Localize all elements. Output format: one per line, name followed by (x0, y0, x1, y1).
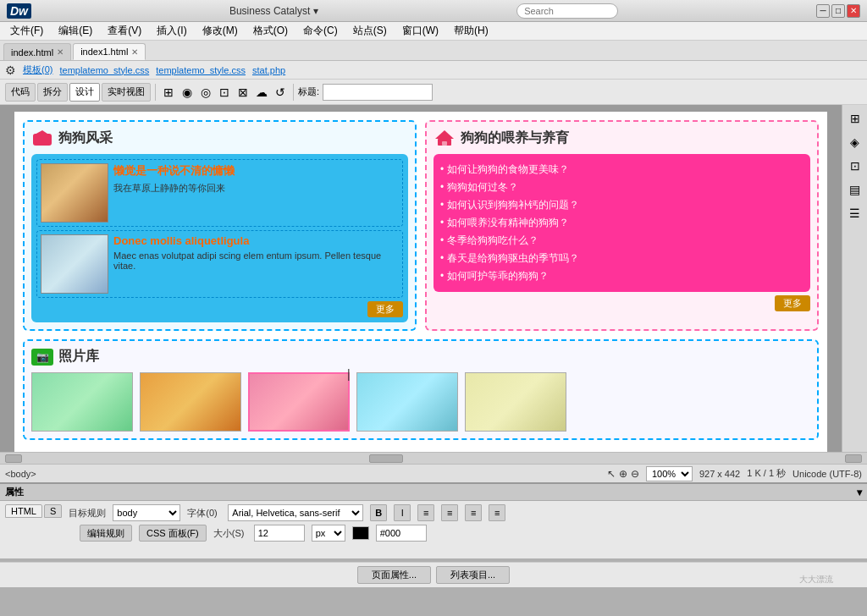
photo-row (31, 372, 810, 432)
menu-help[interactable]: 帮助(H) (447, 22, 495, 40)
menu-file[interactable]: 文件(F) (3, 22, 50, 40)
dog-card-row2: Donec mollis aliquetligula Maec enas vol… (36, 230, 403, 298)
filepath-css2-link[interactable]: templatemo_style.css (156, 65, 246, 75)
statusbar: <body> ↖ ⊕ ⊖ 100% 927 x 442 1 K / 1 秒 Un… (0, 464, 867, 482)
app-title: Business Catalyst (229, 5, 310, 17)
code-view-button[interactable]: 代码 (5, 83, 36, 102)
toolbar-icon-6[interactable]: ☁ (253, 84, 270, 101)
menu-format[interactable]: 格式(O) (246, 22, 295, 40)
toolbar-icon-4[interactable]: ⊡ (216, 84, 233, 101)
scroll-right-btn[interactable] (845, 454, 862, 463)
page-props-button[interactable]: 页面属性... (357, 566, 431, 584)
edit-rule-button[interactable]: 编辑规则 (80, 525, 132, 542)
menu-command[interactable]: 命令(C) (296, 22, 345, 40)
size-input[interactable] (254, 525, 305, 542)
section-photos: 📷 照片库 (23, 339, 819, 440)
tab-html[interactable]: HTML (5, 504, 42, 518)
align-left-button[interactable]: ≡ (417, 504, 434, 521)
status-zoom-in-icon[interactable]: ⊕ (619, 468, 627, 480)
props-header: 属性 ▾ (0, 484, 867, 501)
menu-edit[interactable]: 编辑(E) (52, 22, 99, 40)
color-input[interactable] (376, 525, 427, 542)
target-rule-select[interactable]: body (113, 504, 180, 521)
props-collapse-icon[interactable]: ▾ (857, 487, 862, 498)
css-panel-button[interactable]: CSS 面板(F) (139, 525, 207, 542)
tab-index[interactable]: index.html ✕ (3, 43, 71, 60)
tab-index-label: index.html (11, 47, 53, 58)
size-unit-select[interactable]: px (312, 525, 345, 542)
bc-dropdown[interactable]: ▾ (313, 5, 318, 17)
watermark: 大大漂流 (799, 574, 833, 586)
dog-card1-subtitle: 我在草原上静静的等你回来 (113, 182, 399, 195)
toolbar-icon-5[interactable]: ⊠ (235, 84, 251, 101)
menu-window[interactable]: 窗口(W) (395, 22, 445, 40)
tab-index1[interactable]: index1.html ✕ (73, 43, 146, 60)
scroll-thumb-h[interactable] (369, 454, 403, 463)
menu-modify[interactable]: 修改(M) (196, 22, 245, 40)
toolbar-icon-2[interactable]: ◉ (179, 84, 196, 101)
filepath-template-link[interactable]: 模板(0) (23, 63, 52, 76)
svg-marker-2 (435, 130, 454, 139)
dog-card1-text: 懒觉是一种说不清的慵懒 我在草原上静静的等你回来 (113, 163, 399, 223)
props-row1: HTML S 目标规则 body 字体(0) Arial, Helvetica,… (5, 504, 862, 521)
dogstyle-more-button[interactable]: 更多 (367, 301, 403, 317)
align-justify-button[interactable]: ≡ (489, 504, 505, 521)
bold-button[interactable]: B (370, 504, 387, 521)
close-button[interactable]: ✕ (847, 4, 860, 18)
dog-card-row1: 懒觉是一种说不清的慵懒 我在草原上静静的等你回来 (36, 159, 403, 227)
title-input[interactable] (323, 84, 433, 101)
align-right-button[interactable]: ≡ (465, 504, 482, 521)
horizontal-scrollbar[interactable] (0, 452, 867, 464)
dog-card1-title: 懒觉是一种说不清的慵懒 (113, 163, 399, 179)
minimize-button[interactable]: ─ (816, 4, 830, 18)
status-select-icon[interactable]: ↖ (607, 468, 616, 480)
section-dogcare: 狗狗的喂养与养育 如何让狗狗的食物更美味？ 狗狗如何过冬？ 如何认识到狗狗补钙的… (425, 120, 819, 331)
status-breadcrumb[interactable]: <body> (5, 469, 36, 479)
photo-thumb-5 (465, 372, 566, 432)
font-select[interactable]: Arial, Helvetica, sans-serif (228, 504, 363, 521)
menu-insert[interactable]: 插入(I) (150, 22, 193, 40)
photos-title-text: 照片库 (58, 348, 99, 366)
tab-css[interactable]: S (44, 504, 62, 518)
sidebar-icon-panel5[interactable]: ☰ (845, 203, 865, 223)
scroll-left-btn[interactable] (5, 454, 22, 463)
sidebar-icon-panel3[interactable]: ⊡ (845, 156, 865, 176)
main-area: | 狗狗风采 (0, 105, 867, 452)
menu-site[interactable]: 站点(S) (346, 22, 394, 40)
toolbar-icon-7[interactable]: ↺ (272, 84, 289, 101)
maximize-button[interactable]: □ (831, 4, 845, 18)
title-label: 标题: (298, 85, 319, 98)
sidebar-icon-panel2[interactable]: ◈ (845, 132, 865, 152)
dogstyle-title-text: 狗狗风采 (58, 129, 113, 147)
sidebar-icon-panel1[interactable]: ⊞ (845, 108, 865, 129)
split-view-button[interactable]: 拆分 (37, 83, 68, 102)
canvas-area[interactable]: | 狗狗风采 (0, 105, 842, 452)
tab-index1-close[interactable]: ✕ (131, 47, 138, 57)
italic-button[interactable]: I (394, 504, 411, 521)
status-zoom-out-icon[interactable]: ⊖ (631, 468, 639, 480)
list-item: 如何喂养没有精神的狗狗？ (440, 214, 803, 232)
color-swatch[interactable] (352, 526, 369, 540)
dog-image-1 (41, 163, 108, 223)
camera-icon: 📷 (31, 349, 53, 366)
right-sidebar: ⊞ ◈ ⊡ ▤ ☰ (842, 105, 867, 452)
svg-marker-1 (33, 130, 50, 135)
design-view-button[interactable]: 设计 (69, 83, 100, 102)
blue-card: 懒觉是一种说不清的慵懒 我在草原上静静的等你回来 Donec mollis al… (31, 154, 408, 322)
dogcare-more-button[interactable]: 更多 (775, 295, 810, 311)
global-search-input[interactable] (516, 3, 618, 19)
align-center-button[interactable]: ≡ (441, 504, 458, 521)
live-view-button[interactable]: 实时视图 (102, 83, 151, 102)
zoom-select[interactable]: 100% (646, 466, 693, 481)
toolbar-icon-3[interactable]: ◎ (197, 84, 214, 101)
menu-view[interactable]: 查看(V) (101, 22, 148, 40)
list-item-button[interactable]: 列表项目... (436, 566, 510, 584)
filepath-stat-link[interactable]: stat.php (252, 65, 285, 75)
canvas-content: | 狗狗风采 (14, 112, 827, 452)
toolbar-icon-1[interactable]: ⊞ (160, 84, 177, 101)
filepath-css1-link[interactable]: templatemo_style.css (59, 65, 149, 75)
filter-icon[interactable]: ⚙ (5, 63, 16, 77)
bottom-buttons: 页面属性... 列表项目... 大大漂流 (0, 562, 867, 587)
sidebar-icon-panel4[interactable]: ▤ (845, 179, 865, 200)
tab-index-close[interactable]: ✕ (57, 47, 64, 57)
